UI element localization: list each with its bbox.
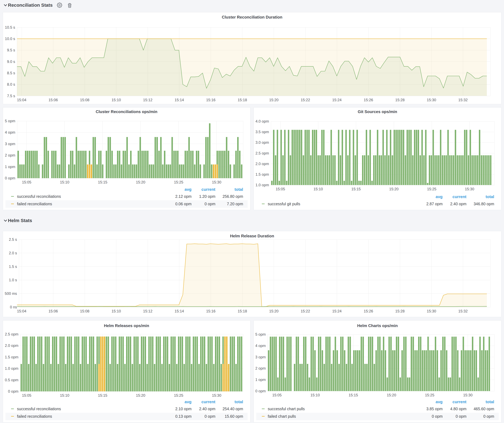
svg-text:3 opm: 3 opm [5,142,15,146]
svg-text:0 opm: 0 opm [5,176,15,180]
svg-text:3.5 opm: 3.5 opm [255,130,269,134]
svg-text:total: total [234,400,243,404]
svg-text:4 opm: 4 opm [5,130,15,135]
svg-text:15:20: 15:20 [269,98,278,102]
svg-text:15:05: 15:05 [22,180,31,184]
svg-text:15:24: 15:24 [332,98,342,102]
svg-text:0.06 opm: 0.06 opm [175,202,192,206]
svg-text:failed chart pulls: failed chart pulls [268,414,296,418]
svg-text:0 opm: 0 opm [432,414,443,418]
svg-text:avg: avg [436,194,443,199]
svg-text:15:04: 15:04 [17,309,26,313]
svg-text:avg: avg [436,400,443,404]
svg-text:7.20 opm: 7.20 opm [227,202,243,206]
svg-text:15:22: 15:22 [301,98,310,102]
svg-text:1.5 opm: 1.5 opm [255,172,269,176]
svg-text:15:08: 15:08 [80,309,90,313]
svg-text:2.0 s: 2.0 s [9,251,17,255]
svg-text:current: current [452,194,467,199]
svg-text:1 opm: 1 opm [5,165,15,169]
svg-text:2 opm: 2 opm [255,366,266,370]
svg-text:successful reconciliations: successful reconciliations [17,194,61,199]
svg-text:Reconciliation Stats: Reconciliation Stats [8,2,53,8]
svg-text:successful git pulls: successful git pulls [268,202,300,206]
svg-text:15:20: 15:20 [269,309,278,313]
svg-text:avg: avg [185,400,192,404]
svg-text:0 opm: 0 opm [205,414,215,418]
svg-text:failed reconciliations: failed reconciliations [17,202,52,206]
svg-text:4.80 opm: 4.80 opm [450,407,467,411]
svg-text:0 ns: 0 ns [10,305,17,309]
svg-text:0 opm: 0 opm [483,414,494,418]
svg-text:10.5 s: 10.5 s [5,25,15,29]
svg-text:2 opm: 2 opm [5,153,15,157]
svg-text:current: current [201,400,215,404]
svg-text:15:26: 15:26 [364,309,373,313]
svg-text:15:25: 15:25 [174,180,183,184]
svg-text:15:04: 15:04 [17,98,26,102]
svg-text:current: current [452,400,467,404]
svg-text:15:05: 15:05 [22,393,31,397]
svg-text:avg: avg [185,187,192,192]
svg-text:15:16: 15:16 [206,98,216,102]
svg-text:15:18: 15:18 [238,98,247,102]
svg-text:4 opm: 4 opm [255,344,266,348]
svg-text:15:14: 15:14 [174,98,184,102]
svg-text:15:30: 15:30 [465,187,474,191]
svg-text:2.5 opm: 2.5 opm [5,332,18,336]
svg-text:15:05: 15:05 [276,187,285,191]
svg-text:256.80 opm: 256.80 opm [222,194,243,199]
svg-text:15.60 opm: 15.60 opm [225,414,243,418]
svg-text:500 ms: 500 ms [5,291,17,296]
svg-text:9.0 s: 9.0 s [7,59,15,64]
svg-text:15:32: 15:32 [458,98,468,102]
svg-text:current: current [201,187,215,192]
svg-text:0 opm: 0 opm [8,389,18,394]
svg-text:1.0 s: 1.0 s [9,278,17,282]
svg-text:15:25: 15:25 [425,393,434,397]
svg-text:2.0 opm: 2.0 opm [255,162,269,166]
svg-text:15:20: 15:20 [136,180,145,184]
svg-text:1.0 opm: 1.0 opm [5,366,18,370]
svg-text:1.20 opm: 1.20 opm [199,194,215,199]
svg-text:254.40 opm: 254.40 opm [222,407,243,411]
svg-text:15:06: 15:06 [48,309,58,313]
svg-text:2.5 opm: 2.5 opm [255,151,269,155]
svg-text:15:10: 15:10 [60,393,69,397]
svg-text:successful reconciliations: successful reconciliations [17,407,61,411]
svg-text:Helm Releases ops/min: Helm Releases ops/min [104,323,149,328]
svg-text:successful chart pulls: successful chart pulls [268,407,305,411]
svg-text:15:28: 15:28 [395,309,405,313]
svg-text:15:10: 15:10 [112,309,121,313]
svg-text:15:12: 15:12 [143,98,152,102]
svg-text:465.60 opm: 465.60 opm [474,407,494,411]
svg-text:7.5 s: 7.5 s [7,94,15,98]
svg-text:15:32: 15:32 [458,309,468,313]
svg-text:15:28: 15:28 [395,98,405,102]
svg-text:0 opm: 0 opm [456,414,467,418]
svg-text:2.40 opm: 2.40 opm [199,407,215,411]
svg-text:15:25: 15:25 [174,393,183,397]
svg-text:15:25: 15:25 [427,187,436,191]
svg-text:3.0 opm: 3.0 opm [255,140,269,145]
svg-text:2.87 opm: 2.87 opm [426,202,443,206]
svg-text:9.5 s: 9.5 s [7,48,15,52]
svg-text:15:15: 15:15 [349,393,358,397]
svg-text:2.40 opm: 2.40 opm [450,202,467,206]
svg-text:15:10: 15:10 [60,180,69,184]
svg-text:1 opm: 1 opm [255,377,266,382]
svg-text:15:20: 15:20 [389,187,398,191]
svg-text:15:10: 15:10 [313,187,323,191]
svg-text:0.5 opm: 0.5 opm [5,378,18,382]
svg-text:Git Sources ops/min: Git Sources ops/min [358,109,397,114]
svg-text:Helm Stats: Helm Stats [8,218,32,223]
svg-text:Cluster Reconciliations ops/mi: Cluster Reconciliations ops/min [96,109,157,114]
svg-text:15:16: 15:16 [206,309,216,313]
svg-text:total: total [486,400,494,404]
svg-text:15:20: 15:20 [136,393,145,397]
svg-text:10.0 s: 10.0 s [5,37,15,41]
svg-text:0 opm: 0 opm [205,202,215,206]
svg-text:total: total [234,187,243,192]
svg-text:5 opm: 5 opm [5,119,15,123]
svg-text:15:22: 15:22 [301,309,310,313]
